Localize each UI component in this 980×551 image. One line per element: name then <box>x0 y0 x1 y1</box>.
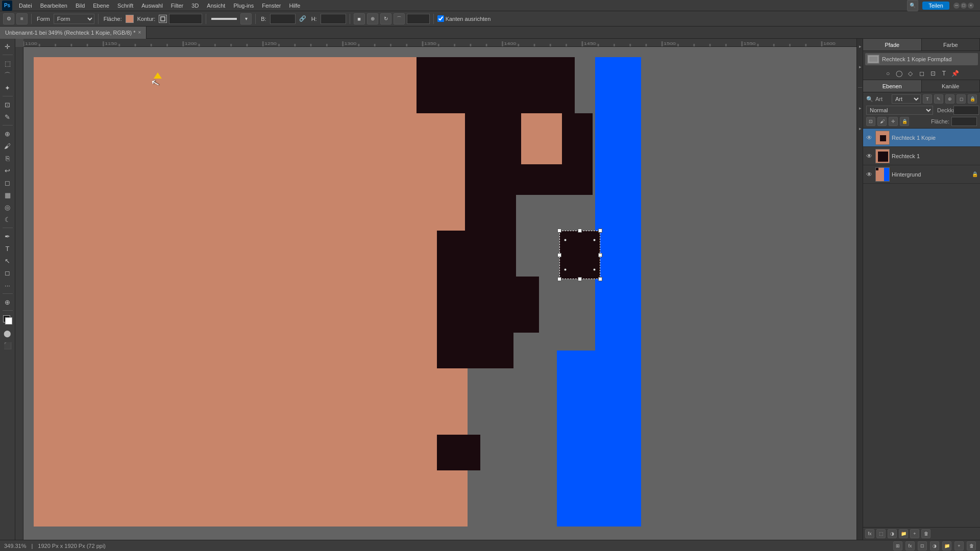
shape-tool[interactable]: □ <box>2 267 13 279</box>
foreground-color[interactable] <box>2 314 13 325</box>
shape-icon-circle[interactable]: ○ <box>884 69 892 78</box>
add-style-btn[interactable]: fx <box>865 529 874 538</box>
status-icon-7[interactable]: 🗑 <box>967 541 976 550</box>
selection-box[interactable] <box>559 231 600 279</box>
layer-icon-btn-4[interactable]: ◻ <box>957 94 966 104</box>
eyedropper-tool[interactable]: ✎ <box>2 111 13 122</box>
menu-hilfe[interactable]: Hilfe <box>285 2 304 10</box>
menu-ansicht[interactable]: Ansicht <box>203 2 229 10</box>
brush-tool[interactable]: 🖌 <box>2 140 13 152</box>
add-adjustment-btn[interactable]: ◑ <box>888 529 897 538</box>
path-arrange-btn[interactable]: ↻ <box>380 13 391 24</box>
width-input[interactable]: 29 Px <box>270 14 296 24</box>
shape-icon-t[interactable]: T <box>940 69 948 78</box>
shape-icon-diamond[interactable]: ◇ <box>906 69 915 78</box>
menu-filter[interactable]: Filter <box>167 2 187 10</box>
stroke-options-btn[interactable]: ▾ <box>240 13 252 24</box>
layer-icon-btn-1[interactable]: T <box>923 94 932 104</box>
layer-icon-btn-5[interactable]: 🔒 <box>968 94 977 104</box>
move-tool[interactable]: ✛ <box>2 41 13 52</box>
shape-icon-square[interactable]: ◻ <box>918 69 926 78</box>
menu-bild[interactable]: Bild <box>72 2 88 10</box>
new-group-btn[interactable]: 📁 <box>899 529 908 538</box>
menu-3d[interactable]: 3D <box>188 2 202 10</box>
shape-icon-circle2[interactable]: ◯ <box>895 69 903 78</box>
path-select-tool[interactable]: ↖ <box>2 255 13 266</box>
layer-vis-0[interactable]: 👁 <box>865 134 873 142</box>
menu-datei[interactable]: Datei <box>15 2 36 10</box>
heal-tool[interactable]: ⊕ <box>2 128 13 139</box>
handle-bm[interactable] <box>578 277 582 281</box>
freeze-all-btn[interactable]: 🔒 <box>900 117 909 126</box>
layer-icon-btn-3[interactable]: ⊕ <box>945 94 954 104</box>
handle-tl[interactable] <box>557 229 561 233</box>
stroke-width-input[interactable]: 11.48 Px <box>169 14 202 24</box>
shape-icon-pin[interactable]: 📌 <box>951 69 960 78</box>
pen-tool[interactable]: ✒ <box>2 231 13 242</box>
canvas[interactable]: ↖ <box>34 57 641 527</box>
menu-bearbeiten[interactable]: Bearbeiten <box>37 2 71 10</box>
stroke-style-line[interactable] <box>211 18 237 20</box>
layers-tab-kanaele[interactable]: Kanäle <box>922 80 981 92</box>
canvas-content[interactable]: ↖ <box>23 47 856 540</box>
search-button[interactable]: 🔍 <box>907 0 918 11</box>
menu-auswahl[interactable]: Auswahl <box>138 2 166 10</box>
layer-vis-2[interactable]: 👁 <box>865 170 873 179</box>
collapse-icon-4[interactable]: ▸ <box>857 126 863 131</box>
fill-color[interactable] <box>126 15 134 23</box>
status-icon-5[interactable]: 📁 <box>942 541 951 550</box>
blur-tool[interactable]: ◎ <box>2 202 13 213</box>
handle-mr[interactable] <box>598 253 602 257</box>
tool-options-btn[interactable]: ≡ <box>16 13 28 24</box>
fill-input[interactable]: 100% <box>951 117 977 126</box>
collapse-icon-1[interactable]: ▸ <box>857 44 863 49</box>
screen-mode-btn[interactable]: ⬛ <box>2 340 13 351</box>
menu-ebene[interactable]: Ebene <box>89 2 113 10</box>
tab-paths[interactable]: Pfade <box>863 39 922 51</box>
dodge-tool[interactable]: ☾ <box>2 214 13 225</box>
eraser-tool[interactable]: ◻ <box>2 177 13 188</box>
zoom-tool[interactable]: ⊕ <box>2 296 13 308</box>
corner-radius-input[interactable]: 0 Px <box>407 14 430 24</box>
crop-tool[interactable]: ⊡ <box>2 99 13 110</box>
blend-mode-select[interactable]: Normal Multiplizieren Negativ multiplizi… <box>866 106 933 115</box>
handle-br[interactable] <box>598 277 602 281</box>
selection-handle-br-inner[interactable] <box>593 268 596 271</box>
status-icon-3[interactable]: ⊡ <box>918 541 927 550</box>
new-layer-btn[interactable]: + <box>910 529 919 538</box>
status-icon-4[interactable]: ◑ <box>930 541 939 550</box>
quick-mask-btn[interactable]: ⬤ <box>2 328 13 339</box>
freeze-transparent-btn[interactable]: ⊡ <box>866 117 875 126</box>
freeze-position-btn[interactable]: ✛ <box>889 117 898 126</box>
handle-tr[interactable] <box>598 229 602 233</box>
maximize-button[interactable]: □ <box>961 3 967 9</box>
history-brush-tool[interactable]: ↩ <box>2 165 13 176</box>
collapse-icon-2[interactable]: ▸ <box>857 64 863 69</box>
stroke-color[interactable] <box>159 15 167 23</box>
menu-schrift[interactable]: Schrift <box>114 2 137 10</box>
hand-tool[interactable]: ··· <box>2 280 13 291</box>
form-select[interactable]: FormPfadePixel <box>54 14 94 24</box>
height-input[interactable]: 29 Px <box>321 14 346 24</box>
layer-row-2[interactable]: 👁 Hintergrund 🔒 <box>863 165 980 184</box>
path-ops-btn[interactable]: ■ <box>354 13 365 24</box>
layers-tab-ebenen[interactable]: Ebenen <box>863 80 922 92</box>
tab-color[interactable]: Farbe <box>922 39 981 51</box>
gradient-tool[interactable]: ▦ <box>2 189 13 201</box>
minimize-button[interactable]: ─ <box>953 3 960 9</box>
close-button[interactable]: × <box>968 3 974 9</box>
handle-bl[interactable] <box>557 277 561 281</box>
selection-handle-tr-inner[interactable] <box>593 239 596 241</box>
share-button[interactable]: Teilen <box>922 2 949 10</box>
tab-close-btn[interactable]: × <box>138 30 141 35</box>
tool-preset-btn[interactable]: ⚙ <box>3 13 14 24</box>
magic-wand-tool[interactable]: ✦ <box>2 82 13 93</box>
selection-handle-tl-inner[interactable] <box>564 239 567 241</box>
status-icon-6[interactable]: + <box>954 541 964 550</box>
text-tool[interactable]: T <box>2 243 13 254</box>
delete-layer-btn[interactable]: 🗑 <box>921 529 930 538</box>
path-align-btn[interactable]: ⊕ <box>367 13 378 24</box>
add-mask-btn[interactable]: ⬚ <box>876 529 886 538</box>
layer-row-0[interactable]: 👁 Rechteck 1 Kopie <box>863 129 980 147</box>
align-edges-checkbox[interactable] <box>437 15 444 22</box>
